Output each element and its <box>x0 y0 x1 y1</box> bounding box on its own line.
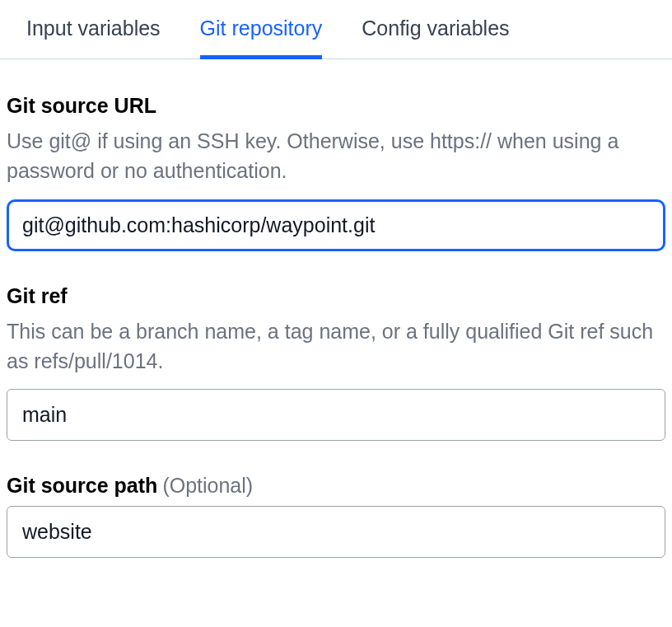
git-source-path-input[interactable] <box>7 506 665 558</box>
tabs-container: Input variables Git repository Config va… <box>0 0 672 59</box>
git-source-path-suffix: (Optional) <box>162 474 253 497</box>
field-group-git-source-path: Git source path(Optional) <box>7 474 665 558</box>
field-group-git-source-url: Git source URL Use git@ if using an SSH … <box>7 94 665 251</box>
git-ref-description: This can be a branch name, a tag name, o… <box>7 316 665 377</box>
field-group-git-ref: Git ref This can be a branch name, a tag… <box>7 284 665 442</box>
git-source-path-label: Git source path <box>7 474 157 498</box>
git-ref-label: Git ref <box>7 284 68 308</box>
git-source-url-description: Use git@ if using an SSH key. Otherwise,… <box>7 126 665 186</box>
form-section: Git source URL Use git@ if using an SSH … <box>0 59 672 558</box>
tab-input-variables[interactable]: Input variables <box>26 16 161 59</box>
git-source-url-label: Git source URL <box>7 94 156 118</box>
git-source-url-input[interactable] <box>7 199 665 251</box>
tab-git-repository[interactable]: Git repository <box>200 16 323 59</box>
git-ref-input[interactable] <box>7 389 665 441</box>
tab-config-variables[interactable]: Config variables <box>362 16 509 59</box>
